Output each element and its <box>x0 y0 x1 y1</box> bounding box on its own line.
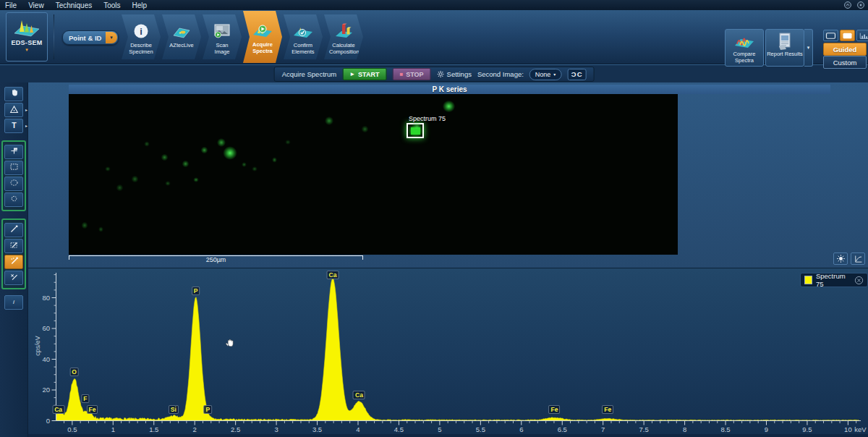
curve-button[interactable] <box>851 253 865 265</box>
spectrum-remove-tool[interactable] <box>4 271 23 285</box>
layout-chart-button[interactable] <box>856 30 868 41</box>
guided-button[interactable]: Guided <box>823 43 867 56</box>
report-results-menu-button[interactable]: ▾ <box>804 29 813 67</box>
spectrum-point-tool[interactable] <box>4 223 23 237</box>
chevron-down-icon: ▾ <box>807 45 810 51</box>
point-marker-tool[interactable] <box>4 145 23 159</box>
svg-text:i: i <box>13 299 14 305</box>
acquire-tool-group <box>1 218 26 289</box>
spectrum-chart[interactable]: 0.511.522.533.544.555.566.577.588.599.51… <box>27 268 868 437</box>
fluorescence-blob <box>130 174 140 184</box>
text-tool[interactable]: T▸ <box>4 119 23 133</box>
menu-bar: FileViewTechniquesToolsHelp <box>0 0 868 10</box>
window-control-button[interactable] <box>856 1 865 9</box>
svg-text:6.5: 6.5 <box>558 425 567 433</box>
svg-text:1: 1 <box>111 425 115 433</box>
pan-tool[interactable] <box>4 87 23 101</box>
legend: Spectrum 75 <box>800 273 868 287</box>
application-window: FileViewTechniquesToolsHelp EDS-SEM ▾ Po… <box>0 0 868 437</box>
svg-text:3.5: 3.5 <box>312 425 322 433</box>
compare-spectra-label: Compare Spectra <box>726 51 763 64</box>
svg-text:9: 9 <box>765 425 768 433</box>
ellipse-region-tool[interactable] <box>4 177 23 191</box>
stop-label: STOP <box>406 71 423 78</box>
brightness-button[interactable] <box>833 253 848 265</box>
fit-view-button[interactable]: C C <box>567 69 586 80</box>
point-flag-icon <box>9 145 19 158</box>
compare-spectra-button[interactable]: Compare Spectra <box>725 29 764 67</box>
spectrum-area-tool[interactable] <box>4 239 23 253</box>
second-image-label: Second Image: <box>477 70 524 78</box>
app-tile-eds-sem[interactable]: EDS-SEM ▾ <box>6 12 48 61</box>
settings-label: Settings <box>447 70 472 78</box>
flyout-arrow-icon[interactable]: ▸ <box>25 107 27 112</box>
spectrum-series <box>56 279 859 421</box>
fluorescence-blob <box>104 166 111 173</box>
image-corner-buttons <box>833 253 865 265</box>
second-image-value: None <box>535 71 551 78</box>
rectangle-region-tool[interactable] <box>4 161 23 175</box>
fluorescence-blob <box>160 153 169 162</box>
fluorescence-blob <box>200 145 209 155</box>
curve-icon <box>854 255 863 263</box>
spectrum-check-icon <box>292 20 314 42</box>
svg-text:4.5: 4.5 <box>394 425 404 433</box>
report-results-button[interactable]: Report Results <box>765 29 804 67</box>
menu-techniques[interactable]: Techniques <box>56 1 93 9</box>
settings-button[interactable]: Settings <box>437 70 472 78</box>
svg-text:80: 80 <box>42 294 50 302</box>
menu-file[interactable]: File <box>5 1 17 9</box>
svg-text:7.5: 7.5 <box>639 425 649 433</box>
rect-region-icon <box>9 161 19 174</box>
svg-text:1.5: 1.5 <box>149 425 158 433</box>
fluorescence-blob <box>410 119 424 133</box>
svg-text:5: 5 <box>438 425 441 433</box>
spectrum-acquire-tool[interactable] <box>4 255 23 269</box>
svg-text:6: 6 <box>519 425 523 433</box>
chevron-down-icon[interactable]: ▾ <box>25 48 28 52</box>
custom-button[interactable]: Custom <box>823 56 867 69</box>
flyout-arrow-icon[interactable]: ▸ <box>25 123 27 128</box>
layout-single-button[interactable] <box>823 30 838 41</box>
image-panel: P K series Spectrum 75 250µm <box>27 82 868 268</box>
chevron-down-icon: ▾ <box>106 32 117 43</box>
gear-icon <box>437 70 445 78</box>
region-tool-group <box>1 140 26 211</box>
workflow-step-scan-image[interactable]: Scan Image <box>203 14 242 59</box>
second-image-select[interactable]: None ▾ <box>529 69 562 80</box>
annotation-tool[interactable]: ▸ <box>4 103 23 117</box>
start-button[interactable]: ► START <box>342 68 386 80</box>
workflow-step-acquire-spectra[interactable]: Acquire Spectra <box>243 11 282 63</box>
stop-button[interactable]: ■ STOP <box>392 68 430 80</box>
menu-help[interactable]: Help <box>132 1 148 9</box>
svg-text:10: 10 <box>844 425 852 433</box>
svg-text:T: T <box>12 121 17 130</box>
needle-rect-icon <box>9 239 19 253</box>
layout-wide-button[interactable] <box>840 30 855 41</box>
sem-image[interactable]: Spectrum 75 <box>69 94 678 255</box>
workflow-step-azteclive[interactable]: AZtecLive <box>162 14 201 59</box>
menu-view[interactable]: View <box>28 1 44 9</box>
svg-text:0: 0 <box>46 417 50 425</box>
text-tool-icon: T <box>9 119 19 132</box>
workflow-step-label: Acquire Spectra <box>248 41 277 54</box>
acquire-spectrum-bar: Acquire Spectrum ► START ■ STOP Settings… <box>274 67 595 82</box>
legend-swatch <box>804 276 812 284</box>
menu: FileViewTechniquesToolsHelp <box>0 1 147 9</box>
freehand-region-tool[interactable] <box>4 192 23 207</box>
sidebar-top-tools: ▸T▸ <box>0 82 27 133</box>
photo-play-icon <box>213 20 231 42</box>
svg-text:8: 8 <box>683 425 686 433</box>
svg-text:60: 60 <box>42 324 50 332</box>
workflow-step-describe-specimen[interactable]: iDescribe Specimen <box>122 14 161 59</box>
window-control-button[interactable] <box>843 1 852 9</box>
workflow-step-confirm-elements[interactable]: Confirm Elements <box>284 14 323 59</box>
menu-tools[interactable]: Tools <box>103 1 120 9</box>
fluorescence-blob <box>143 140 150 148</box>
info-tool[interactable]: i <box>4 295 23 310</box>
legend-close-button[interactable] <box>854 276 864 285</box>
info-circle-icon: i <box>132 20 150 42</box>
workflow-step-calculate-composition[interactable]: Calculate Composition <box>324 14 363 59</box>
mode-selector[interactable]: Point & ID ▾ <box>62 30 119 45</box>
mode-selector-label: Point & ID <box>63 34 106 42</box>
